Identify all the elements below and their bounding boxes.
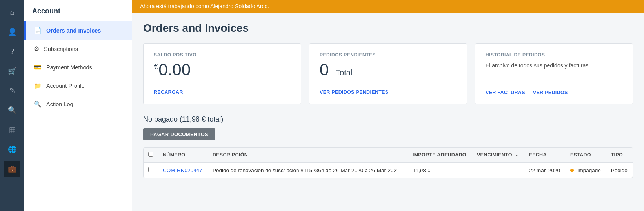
col-descripcion: DESCRIPCIÓN bbox=[208, 148, 408, 162]
historial-pedidos-card: HISTORIAL DE PEDIDOS El archivo de todos… bbox=[475, 43, 633, 104]
pedidos-pendientes-card: PEDIDOS PENDIENTES 0 Total VER PEDIDOS P… bbox=[309, 43, 467, 104]
user-icon[interactable]: 👤 bbox=[4, 24, 20, 40]
orders-invoices-icon: 📄 bbox=[34, 27, 42, 34]
col-numero: NÚMERO bbox=[158, 148, 208, 162]
row-check-cell bbox=[144, 162, 158, 178]
order-number-link[interactable]: COM-RN020447 bbox=[163, 167, 202, 173]
action-log-icon: 🔍 bbox=[34, 100, 42, 108]
left-rail: ⌂ 👤 ? 🛒 ✎ 🔍 ▦ 🌐 💼 bbox=[0, 0, 24, 211]
sidebar: Account 📄 Orders and Invoices ⚙ Subscrip… bbox=[24, 0, 132, 211]
summary-cards: SALDO POSITIVO €0.00 RECARGAR PEDIDOS PE… bbox=[143, 43, 633, 104]
main-content: Ahora está trabajando como Alejandro Sol… bbox=[132, 0, 644, 211]
col-importe: IMPORTE ADEUDADO bbox=[408, 148, 472, 162]
status-label: Impagado bbox=[577, 167, 601, 173]
sidebar-account-title: Account bbox=[24, 0, 132, 21]
banner-text: Ahora está trabajando como Alejandro Sol… bbox=[140, 3, 269, 9]
account-profile-icon: 📁 bbox=[34, 82, 42, 89]
pagar-documentos-button[interactable]: PAGAR DOCUMENTOS bbox=[143, 128, 215, 140]
content-area: Orders and Invoices SALDO POSITIVO €0.00… bbox=[132, 13, 644, 211]
subscriptions-icon: ⚙ bbox=[34, 45, 39, 53]
euro-symbol: € bbox=[154, 62, 158, 71]
invoices-table-container: NÚMERO DESCRIPCIÓN IMPORTE ADEUDADO VENC… bbox=[143, 147, 633, 178]
ver-pedidos-pendientes-link[interactable]: VER PEDIDOS PENDIENTES bbox=[320, 89, 388, 95]
sidebar-item-label: Subscriptions bbox=[44, 46, 78, 52]
ver-pedidos-link[interactable]: VER PEDIDOS bbox=[533, 90, 568, 95]
sidebar-item-payment-methods[interactable]: 💳 Payment Methods bbox=[24, 58, 132, 76]
sidebar-item-subscriptions[interactable]: ⚙ Subscriptions bbox=[24, 40, 132, 58]
row-vencimiento bbox=[472, 162, 524, 178]
col-check bbox=[144, 148, 158, 162]
recargar-link[interactable]: RECARGAR bbox=[154, 89, 183, 95]
ver-facturas-link[interactable]: VER FACTURAS bbox=[486, 90, 525, 95]
sidebar-item-orders-invoices[interactable]: 📄 Orders and Invoices bbox=[24, 21, 132, 40]
col-tipo: TIPO bbox=[606, 148, 633, 162]
grid-icon[interactable]: ▦ bbox=[4, 122, 20, 138]
table-row: COM-RN020447 Pedido de renovación de sus… bbox=[144, 162, 633, 178]
saldo-positivo-card: SALDO POSITIVO €0.00 RECARGAR bbox=[143, 43, 301, 104]
row-tipo: Pedido bbox=[606, 162, 633, 178]
select-all-checkbox[interactable] bbox=[148, 152, 153, 157]
col-fecha: FECHA bbox=[524, 148, 566, 162]
row-importe: 11,98 € bbox=[408, 162, 472, 178]
page-title: Orders and Invoices bbox=[143, 22, 633, 35]
row-numero: COM-RN020447 bbox=[158, 162, 208, 178]
impersonation-banner: Ahora está trabajando como Alejandro Sol… bbox=[132, 0, 644, 13]
home-icon[interactable]: ⌂ bbox=[4, 4, 20, 20]
help-icon[interactable]: ? bbox=[4, 43, 20, 60]
sidebar-item-label: Account Profile bbox=[46, 83, 85, 89]
sort-arrow-icon: ▲ bbox=[515, 153, 519, 157]
briefcase-icon[interactable]: 💼 bbox=[4, 161, 20, 177]
sidebar-item-label: Orders and Invoices bbox=[46, 27, 101, 34]
row-descripcion: Pedido de renovación de suscripción #115… bbox=[208, 162, 408, 178]
sidebar-item-label: Action Log bbox=[46, 101, 73, 107]
row-estado: Impagado bbox=[566, 162, 606, 178]
sidebar-item-action-log[interactable]: 🔍 Action Log bbox=[24, 95, 132, 113]
globe-icon[interactable]: 🌐 bbox=[4, 141, 20, 158]
historial-pedidos-title: HISTORIAL DE PEDIDOS bbox=[486, 52, 622, 58]
saldo-positivo-value: €0.00 bbox=[154, 61, 291, 79]
row-checkbox[interactable] bbox=[148, 167, 153, 172]
cart-icon[interactable]: 🛒 bbox=[4, 63, 20, 79]
col-estado: ESTADO bbox=[566, 148, 606, 162]
historial-pedidos-desc: El archivo de todos sus pedidos y factur… bbox=[486, 62, 622, 69]
table-header-row: NÚMERO DESCRIPCIÓN IMPORTE ADEUDADO VENC… bbox=[144, 148, 633, 162]
payment-methods-icon: 💳 bbox=[34, 64, 42, 71]
pedidos-pendientes-title: PEDIDOS PENDIENTES bbox=[320, 52, 457, 58]
edit-icon[interactable]: ✎ bbox=[4, 82, 20, 99]
row-fecha: 22 mar. 2020 bbox=[524, 162, 566, 178]
binoculars-icon[interactable]: 🔍 bbox=[4, 102, 20, 118]
status-dot-icon bbox=[570, 169, 574, 172]
col-vencimiento[interactable]: VENCIMIENTO ▲ bbox=[472, 148, 524, 162]
pedidos-pendientes-value: 0 Total bbox=[320, 61, 457, 79]
sidebar-item-label: Payment Methods bbox=[46, 64, 92, 71]
saldo-positivo-title: SALDO POSITIVO bbox=[154, 52, 291, 58]
total-label: Total bbox=[336, 68, 352, 77]
invoices-table: NÚMERO DESCRIPCIÓN IMPORTE ADEUDADO VENC… bbox=[144, 148, 633, 178]
sidebar-item-account-profile[interactable]: 📁 Account Profile bbox=[24, 76, 132, 95]
unpaid-title: No pagado (11,98 € total) bbox=[143, 115, 633, 124]
